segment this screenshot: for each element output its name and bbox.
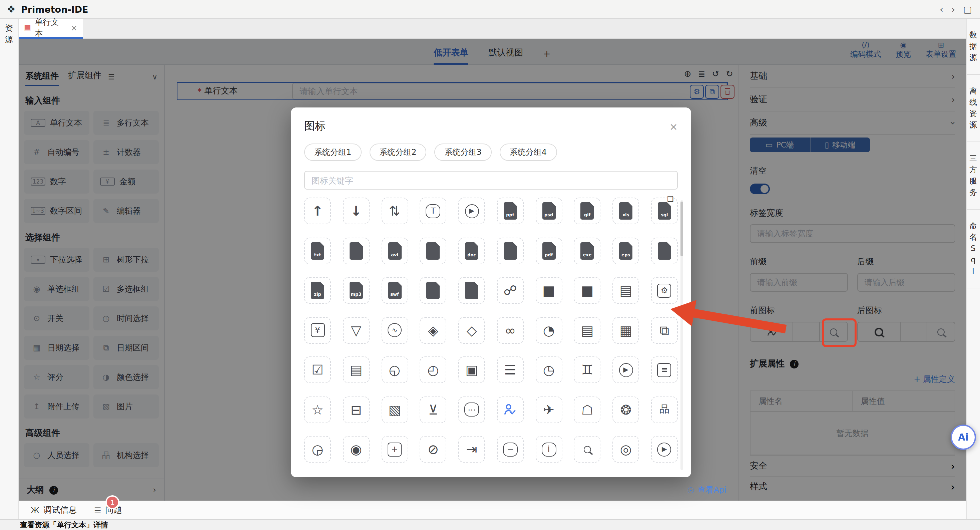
resources-rail-tab[interactable]: 资 源 — [0, 19, 18, 45]
sitemap-icon[interactable]: 品 — [651, 396, 678, 423]
clipboard-clock-icon[interactable]: ◴ — [420, 356, 447, 383]
bookmark-plus-icon[interactable]: + — [381, 436, 408, 463]
clipboard-list-icon[interactable]: ▤ — [574, 317, 601, 343]
screen-gear-icon[interactable]: ⚙ — [651, 277, 678, 304]
status-text: 查看资源「单行文本」详情 — [20, 520, 108, 530]
problems-badge: 1 — [105, 495, 119, 509]
group-pill-系统分组1[interactable]: 系统分组1 — [304, 144, 361, 161]
group-pill-系统分组4[interactable]: 系统分组4 — [500, 144, 557, 161]
chat-minus-icon[interactable]: − — [497, 436, 524, 463]
doc-tab-title: 单行文本 — [35, 16, 65, 39]
doc-tab-single-line-text[interactable]: ▤ 单行文本 × — [19, 19, 83, 39]
play-solid-icon[interactable]: ▶ — [612, 356, 639, 383]
person-check-icon[interactable] — [497, 396, 524, 423]
file-mp3-icon[interactable]: mp3 — [343, 277, 369, 304]
right-rail-tab-3[interactable]: 命 名 S q l — [966, 209, 980, 288]
sliders-icon[interactable]: ☰ — [497, 356, 524, 383]
left-rail: 资 源 — [0, 19, 19, 519]
doc-tab-close-icon[interactable]: × — [71, 23, 77, 32]
eye-icon: ☉ — [687, 485, 694, 495]
chain-link-icon[interactable]: ∞ — [497, 317, 524, 343]
chat-target-icon[interactable]: ◎ — [612, 436, 639, 463]
file-ppt-icon[interactable]: ppt — [497, 198, 524, 224]
file-psd-icon[interactable]: psd — [535, 198, 562, 224]
bug-icon: Ж — [31, 506, 39, 515]
frame-dash-icon[interactable]: ⊟ — [343, 396, 369, 423]
badge-check-icon[interactable]: ❂ — [612, 396, 639, 423]
file-article-icon[interactable] — [420, 237, 447, 264]
file-txt-icon[interactable]: txt — [304, 237, 331, 264]
view-api-link[interactable]: ☉ 查看Api — [687, 485, 727, 496]
right-rail-tab-1[interactable]: 离 线 资 源 — [966, 75, 980, 142]
monitor-frame-icon[interactable]: ▣ — [458, 356, 485, 383]
shield-key-icon[interactable]: ☖ — [574, 396, 601, 423]
file-xls-icon[interactable]: xls — [612, 198, 639, 224]
arrow-down-icon[interactable]: ↓ — [343, 198, 369, 224]
group-pill-系统分组2[interactable]: 系统分组2 — [369, 144, 426, 161]
square-solid2-icon[interactable]: ■ — [574, 277, 601, 304]
app-logo-icon: ❖ — [7, 3, 16, 15]
logout-icon[interactable]: ⇥ — [458, 436, 485, 463]
layers-diamond-icon[interactable]: ◈ — [420, 317, 447, 343]
play-circle-icon[interactable]: ▶ — [458, 198, 485, 224]
person-clock-icon[interactable]: ◵ — [381, 356, 408, 383]
file-zip-icon[interactable]: zip — [304, 277, 331, 304]
calendar-notes-icon[interactable]: ▦ — [612, 317, 639, 343]
sort-az-icon[interactable]: ⇅ — [381, 198, 408, 224]
ban-icon[interactable]: ⊘ — [420, 436, 447, 463]
paper-plane-icon[interactable]: ✈ — [535, 396, 562, 423]
arrow-up-icon[interactable]: ↑ — [304, 198, 331, 224]
file-gif-icon[interactable]: gif — [574, 198, 601, 224]
link-broken-icon[interactable]: ☍ — [497, 277, 524, 304]
file-pdf-icon[interactable]: pdf — [535, 237, 562, 264]
triangle-logo-icon[interactable]: ▽ — [343, 317, 369, 343]
modal-scrollbar[interactable] — [681, 200, 683, 470]
file-image-icon[interactable] — [420, 277, 447, 304]
file-attachment-icon[interactable] — [497, 237, 524, 264]
square-solid-icon[interactable]: ■ — [535, 277, 562, 304]
podcast-icon[interactable]: ◉ — [343, 436, 369, 463]
chat-dots-icon[interactable]: ⋯ — [458, 396, 485, 423]
nav-forward-icon[interactable]: › — [951, 4, 955, 14]
status-bar: 查看资源「单行文本」详情 — [0, 519, 980, 530]
file-avi-icon[interactable]: avi — [381, 237, 408, 264]
checklist-icon[interactable]: ☑ — [304, 356, 331, 383]
people-group-icon[interactable]: ♊ — [574, 356, 601, 383]
file-misc-icon[interactable] — [458, 277, 485, 304]
clock-icon[interactable]: ◷ — [535, 356, 562, 383]
currency-yen-icon[interactable]: ¥ — [304, 317, 331, 343]
document-text-icon[interactable]: ≡ — [651, 356, 678, 383]
window-icon[interactable]: ▢ — [963, 4, 972, 14]
file-notes-icon[interactable] — [651, 237, 678, 264]
file-doc-icon[interactable]: doc — [458, 237, 485, 264]
image-photo-icon[interactable]: ▧ — [381, 396, 408, 423]
file-link-icon[interactable] — [343, 237, 369, 264]
gem-pentagon-icon[interactable]: ◇ — [458, 317, 485, 343]
notebook-icon[interactable]: ▤ — [612, 277, 639, 304]
debug-bar: Ж 调试信息 ☰ 问题 — [19, 501, 966, 519]
clipboard-icon[interactable]: ▤ — [343, 356, 369, 383]
file-exe-icon[interactable]: exe — [574, 237, 601, 264]
inbox-check-icon[interactable]: ⊻ — [420, 396, 447, 423]
pulse-circle-icon[interactable]: ∿ — [381, 317, 408, 343]
nav-back-icon[interactable]: ‹ — [940, 4, 943, 14]
copy-list-icon[interactable]: ⧉ — [651, 317, 678, 343]
tshirt-icon[interactable]: T — [420, 198, 447, 224]
icon-search-input[interactable] — [304, 171, 678, 190]
play-search-icon[interactable]: ▶ — [651, 436, 678, 463]
file-eps-icon[interactable]: eps — [612, 237, 639, 264]
scrollbar-thumb[interactable] — [681, 201, 683, 256]
right-rail-tab-2[interactable]: 三 方 服 务 — [966, 142, 980, 209]
book-info-icon[interactable]: i — [535, 436, 562, 463]
icon-grid: ↑↓⇅T▶pptpsdgifxlssqltxtavidocpdfexeepszi… — [304, 198, 678, 463]
debug-info-item[interactable]: Ж 调试信息 — [31, 504, 77, 516]
clock2-icon[interactable]: ◶ — [304, 436, 331, 463]
close-icon[interactable]: × — [670, 120, 678, 132]
ai-assistant-button[interactable]: Ai — [951, 425, 976, 450]
star-icon[interactable]: ☆ — [304, 396, 331, 423]
search-icon[interactable] — [574, 436, 601, 463]
group-pill-系统分组3[interactable]: 系统分组3 — [434, 144, 492, 161]
gauge-icon[interactable]: ◔ — [535, 317, 562, 343]
right-rail-tab-0[interactable]: 数 据 源 — [966, 19, 980, 75]
file-swf-icon[interactable]: swf — [381, 277, 408, 304]
